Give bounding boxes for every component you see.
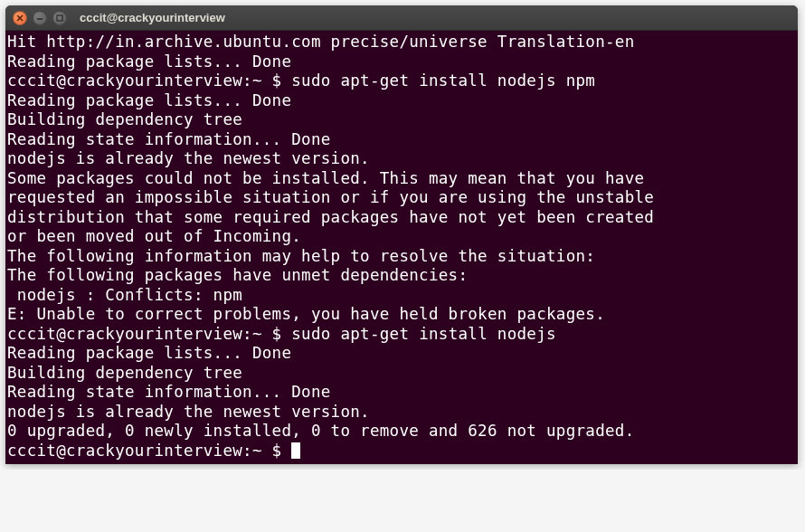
terminal-output-line: E: Unable to correct problems, you have …: [7, 305, 796, 325]
terminal-output-line: The following packages have unmet depend…: [7, 266, 796, 286]
prompt-dollar: $: [262, 325, 292, 343]
close-icon[interactable]: [13, 11, 27, 25]
prompt-colon: :: [242, 325, 252, 343]
maximize-icon[interactable]: [52, 11, 67, 25]
terminal-prompt-line: cccit@crackyourinterview:~ $ sudo apt-ge…: [7, 71, 796, 91]
svg-rect-0: [57, 15, 62, 21]
terminal-output-line: or been moved out of Incoming.: [7, 227, 796, 247]
prompt-path: ~: [252, 71, 262, 90]
prompt-dollar: $: [262, 71, 292, 90]
command-text: sudo apt-get install nodejs: [291, 325, 556, 343]
command-text: sudo apt-get install nodejs npm: [291, 71, 595, 90]
prompt-user-host: cccit@crackyourinterview: [7, 325, 242, 343]
terminal-output-line: nodejs : Conflicts: npm: [7, 286, 796, 306]
titlebar[interactable]: cccit@crackyourinterview: [5, 5, 798, 31]
terminal-window: cccit@crackyourinterview Hit http://in.a…: [5, 5, 798, 464]
terminal-output-line: Reading state information... Done: [7, 130, 796, 150]
terminal-output-line: Reading package lists... Done: [7, 52, 796, 72]
window-controls: [13, 11, 67, 25]
terminal-output-line: requested an impossible situation or if …: [7, 188, 796, 208]
terminal-output-line: nodejs is already the newest version.: [7, 149, 796, 169]
terminal-output-line: Reading package lists... Done: [7, 344, 796, 364]
prompt-colon: :: [242, 71, 252, 90]
terminal-output-line: Reading package lists... Done: [7, 91, 796, 111]
terminal-prompt-line[interactable]: cccit@crackyourinterview:~ $: [7, 442, 796, 461]
terminal-output-line: 0 upgraded, 0 newly installed, 0 to remo…: [7, 422, 796, 442]
prompt-user-host: cccit@crackyourinterview: [7, 71, 242, 90]
terminal-output-line: Building dependency tree: [7, 364, 796, 384]
terminal-output-line: Reading state information... Done: [7, 383, 796, 403]
prompt-colon: :: [242, 442, 252, 460]
terminal-output-line: Some packages could not be installed. Th…: [7, 169, 796, 189]
prompt-path: ~: [252, 325, 262, 343]
terminal-output-line: distribution that some required packages…: [7, 208, 796, 228]
cursor-icon: [291, 442, 300, 459]
terminal-output-line: nodejs is already the newest version.: [7, 403, 796, 423]
terminal-output-line: Building dependency tree: [7, 110, 796, 130]
window-title: cccit@crackyourinterview: [80, 11, 225, 24]
minimize-icon[interactable]: [33, 11, 47, 25]
prompt-path: ~: [252, 442, 262, 460]
prompt-user-host: cccit@crackyourinterview: [7, 442, 242, 460]
terminal-prompt-line: cccit@crackyourinterview:~ $ sudo apt-ge…: [7, 325, 796, 345]
prompt-dollar: $: [262, 442, 292, 460]
terminal-output-line: Hit http://in.archive.ubuntu.com precise…: [7, 33, 796, 52]
terminal-body[interactable]: Hit http://in.archive.ubuntu.com precise…: [5, 31, 798, 464]
terminal-output-line: The following information may help to re…: [7, 247, 796, 267]
